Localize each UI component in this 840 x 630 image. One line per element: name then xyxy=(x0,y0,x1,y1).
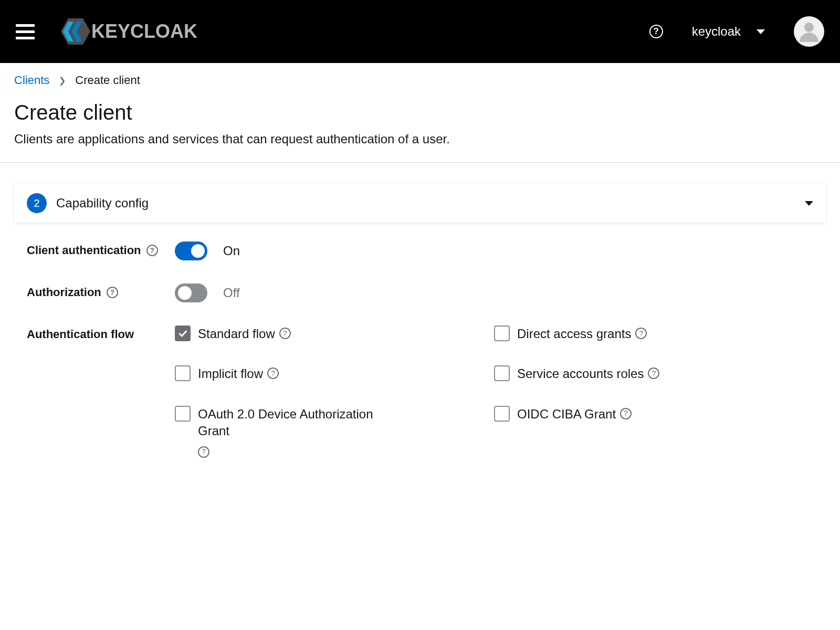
checkbox-implicit-flow[interactable] xyxy=(175,365,191,381)
checkbox-label: OAuth 2.0 Device Authorization Grant ? xyxy=(198,406,397,458)
realm-name: keycloak xyxy=(692,24,741,39)
help-icon[interactable]: ? xyxy=(279,328,291,339)
checkbox-item-implicit-flow: Implicit flow ? xyxy=(175,365,494,382)
label-client-authentication: Client authentication ? xyxy=(27,242,175,257)
checkbox-standard-flow[interactable] xyxy=(175,326,191,341)
breadcrumb: Clients ❯ Create client xyxy=(0,63,840,87)
page-title: Create client xyxy=(14,101,826,124)
switch-client-authentication[interactable] xyxy=(175,242,207,260)
chevron-down-icon xyxy=(757,29,765,34)
chevron-right-icon: ❯ xyxy=(59,76,66,86)
checkbox-oauth-device-grant[interactable] xyxy=(175,406,191,422)
wizard-step-toggle[interactable]: 2 Capability config xyxy=(14,184,826,223)
checkbox-label: Implicit flow ? xyxy=(198,365,279,382)
label-authentication-flow: Authentication flow xyxy=(27,326,175,341)
help-icon[interactable]: ? xyxy=(198,446,209,458)
checkbox-item-direct-access-grants: Direct access grants ? xyxy=(494,326,813,342)
help-icon[interactable]: ? xyxy=(267,368,279,379)
logo-text: KEYCLOAK xyxy=(91,20,197,43)
avatar-icon xyxy=(796,19,822,44)
checkbox-item-oidc-ciba-grant: OIDC CIBA Grant ? xyxy=(494,406,813,458)
checkbox-label: Direct access grants ? xyxy=(517,326,647,342)
wizard-container: 2 Capability config Client authenticatio… xyxy=(0,163,840,458)
checkbox-label: Standard flow ? xyxy=(198,326,291,342)
label-authorization: Authorization ? xyxy=(27,284,175,299)
checkbox-service-accounts-roles[interactable] xyxy=(494,365,510,381)
checkbox-item-standard-flow: Standard flow ? xyxy=(175,326,494,342)
app-header: KEYCLOAK ? keycloak xyxy=(0,0,840,63)
checkbox-label: OIDC CIBA Grant ? xyxy=(517,406,632,423)
row-authorization: Authorization ? Off xyxy=(27,284,813,302)
checkbox-direct-access-grants[interactable] xyxy=(494,326,510,341)
capability-form: Client authentication ? On Authorization… xyxy=(14,242,826,458)
header-left: KEYCLOAK xyxy=(16,18,197,45)
breadcrumb-parent-link[interactable]: Clients xyxy=(14,74,49,87)
page-subtitle: Clients are applications and services th… xyxy=(14,132,826,146)
logo[interactable]: KEYCLOAK xyxy=(61,18,197,45)
wizard-step-title: Capability config xyxy=(56,196,149,211)
checkbox-item-service-accounts-roles: Service accounts roles ? xyxy=(494,365,813,382)
keycloak-logo-icon xyxy=(61,18,90,45)
checkbox-label: Service accounts roles ? xyxy=(517,365,659,382)
help-icon[interactable]: ? xyxy=(146,245,158,256)
header-right: ? keycloak xyxy=(649,16,824,47)
checkbox-item-oauth-device-grant: OAuth 2.0 Device Authorization Grant ? xyxy=(175,406,494,458)
check-icon xyxy=(177,328,188,339)
svg-point-3 xyxy=(804,23,814,32)
help-icon[interactable]: ? xyxy=(635,328,647,339)
page-header: Create client Clients are applications a… xyxy=(0,87,840,162)
row-client-authentication: Client authentication ? On xyxy=(27,242,813,260)
user-avatar[interactable] xyxy=(794,16,824,47)
checkbox-oidc-ciba-grant[interactable] xyxy=(494,406,510,422)
row-authentication-flow: Authentication flow Standard flow ? Dire… xyxy=(27,326,813,458)
menu-toggle-button[interactable] xyxy=(16,24,35,39)
switch-value-client-authentication: On xyxy=(223,244,240,258)
help-icon[interactable]: ? xyxy=(107,287,118,298)
switch-value-authorization: Off xyxy=(223,286,240,300)
realm-selector[interactable]: keycloak xyxy=(692,24,765,39)
help-icon[interactable]: ? xyxy=(620,408,632,419)
authentication-flow-grid: Standard flow ? Direct access grants ? I… xyxy=(175,326,813,458)
wizard-step-left: 2 Capability config xyxy=(27,193,149,213)
wizard-step-number: 2 xyxy=(27,193,47,213)
control-authorization: Off xyxy=(175,284,813,302)
switch-authorization[interactable] xyxy=(175,284,207,302)
control-client-authentication: On xyxy=(175,242,813,260)
help-icon[interactable]: ? xyxy=(649,25,663,38)
help-icon[interactable]: ? xyxy=(648,368,659,379)
chevron-down-icon xyxy=(805,201,813,206)
breadcrumb-current: Create client xyxy=(75,74,140,87)
